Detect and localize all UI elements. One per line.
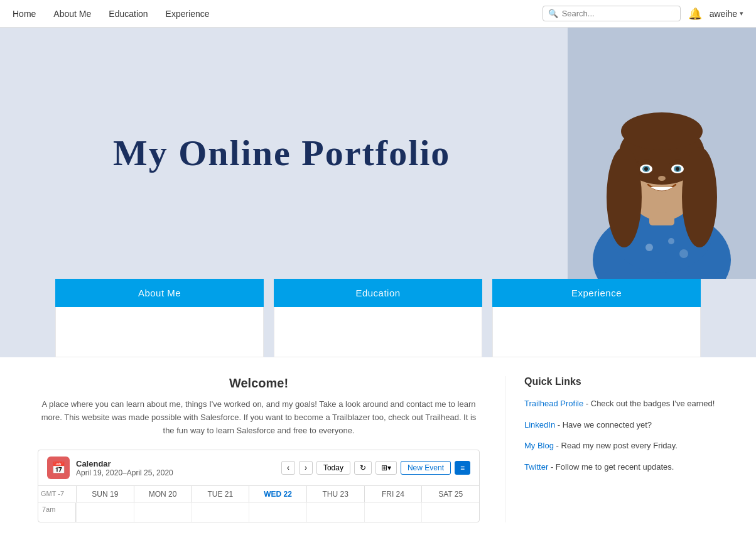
username-label: aweihe: [710, 9, 737, 19]
cal-refresh-button[interactable]: ↻: [354, 461, 372, 475]
cal-cell-fri[interactable]: [364, 503, 422, 522]
cal-day-fri: FRI 24: [364, 486, 422, 502]
svg-point-6: [607, 147, 642, 247]
svg-point-18: [679, 249, 688, 258]
education-content: [274, 307, 482, 357]
cal-day-wed: WED 22: [249, 486, 306, 502]
linkedin-desc: - Have we connected yet?: [555, 420, 652, 430]
portrait-svg: [568, 28, 756, 279]
welcome-title: Welcome!: [38, 376, 480, 391]
linkedin-link[interactable]: LinkedIn: [524, 420, 555, 430]
nav-about-me[interactable]: About Me: [53, 9, 91, 19]
blog-desc: - Read my new post every Friday.: [554, 441, 678, 450]
nav-home[interactable]: Home: [13, 9, 36, 19]
nav-education[interactable]: Education: [109, 9, 148, 19]
svg-point-8: [621, 112, 703, 150]
nav-experience[interactable]: Experience: [166, 9, 210, 19]
calendar-grid-header: GMT -7 SUN 19 MON 20 TUE 21 WED 22 THU 2…: [38, 485, 479, 502]
cal-day-sat: SAT 25: [421, 486, 479, 502]
cal-cell-sat[interactable]: [421, 503, 479, 522]
svg-point-7: [682, 147, 717, 247]
cal-today-button[interactable]: Today: [316, 461, 350, 475]
quick-link-twitter: Twitter - Follow me to get recent update…: [524, 461, 718, 473]
calendar-controls: ‹ › Today ↻ ⊞▾ New Event ≡: [281, 461, 470, 475]
cal-day-mon: MON 20: [134, 486, 192, 502]
quick-link-blog: My Blog - Read my new post every Friday.: [524, 440, 718, 452]
cal-cell-thu[interactable]: [306, 503, 364, 522]
about-content: [55, 307, 264, 357]
section-card-experience: Experience: [492, 279, 701, 357]
hero-text-area: My Online Portfolio: [0, 95, 568, 211]
cal-day-sun: SUN 19: [76, 486, 134, 502]
blog-link[interactable]: My Blog: [524, 441, 554, 450]
search-box[interactable]: 🔍: [543, 6, 681, 21]
cal-prev-button[interactable]: ‹: [281, 461, 295, 475]
cal-day-tue: TUE 21: [191, 486, 249, 502]
cal-cell-wed[interactable]: [249, 503, 306, 522]
svg-point-14: [676, 167, 679, 171]
cal-next-button[interactable]: ›: [299, 461, 313, 475]
cal-timezone: GMT -7: [38, 486, 76, 502]
calendar-header: 📅 Calendar April 19, 2020–April 25, 2020…: [38, 450, 479, 485]
navbar: Home About Me Education Experience 🔍 🔔 a…: [0, 0, 756, 28]
nav-right: 🔍 🔔 aweihe ▾: [543, 6, 743, 21]
notification-bell-icon[interactable]: 🔔: [688, 7, 702, 21]
svg-point-15: [658, 176, 666, 181]
twitter-link[interactable]: Twitter: [524, 462, 548, 472]
calendar-title: Calendar: [76, 459, 173, 468]
cal-cell-sun[interactable]: [76, 503, 134, 522]
trailhead-link[interactable]: Trailhead Profile: [524, 399, 583, 408]
svg-point-11: [644, 167, 648, 171]
hero-section: My Online Portfolio: [0, 28, 756, 279]
welcome-area: Welcome! A place where you can learn abo…: [38, 376, 505, 522]
hero-photo: [568, 28, 756, 279]
svg-point-17: [668, 238, 674, 244]
svg-point-16: [645, 244, 653, 251]
cal-list-button[interactable]: ≡: [455, 461, 470, 475]
user-menu[interactable]: aweihe ▾: [710, 9, 743, 19]
welcome-text: A place where you can learn about me, th…: [38, 398, 480, 437]
trailhead-desc: - Check out the badges I've earned!: [583, 399, 715, 408]
section-card-education: Education: [274, 279, 482, 357]
cal-cell-mon[interactable]: [134, 503, 192, 522]
cal-view-toggle-button[interactable]: ⊞▾: [375, 461, 397, 475]
hero-title: My Online Portfolio: [113, 133, 568, 173]
cal-new-event-button[interactable]: New Event: [401, 461, 451, 475]
quick-links-title: Quick Links: [524, 376, 718, 387]
education-button[interactable]: Education: [274, 279, 482, 307]
bottom-section: Welcome! A place where you can learn abo…: [0, 357, 756, 535]
quick-links-panel: Quick Links Trailhead Profile - Check ou…: [505, 376, 718, 522]
calendar-widget: 📅 Calendar April 19, 2020–April 25, 2020…: [38, 450, 480, 522]
calendar-body-row: 7am: [38, 502, 479, 522]
calendar-range: April 19, 2020–April 25, 2020: [76, 468, 173, 477]
nav-links: Home About Me Education Experience: [13, 9, 210, 19]
section-card-about: About Me: [55, 279, 264, 357]
chevron-down-icon: ▾: [740, 9, 743, 18]
search-input[interactable]: [562, 9, 675, 18]
twitter-desc: - Follow me to get recent updates.: [548, 462, 674, 472]
experience-content: [492, 307, 701, 357]
experience-button[interactable]: Experience: [492, 279, 701, 307]
about-me-button[interactable]: About Me: [55, 279, 264, 307]
cal-cell-tue[interactable]: [191, 503, 249, 522]
calendar-icon: 📅: [47, 457, 70, 479]
quick-link-trailhead: Trailhead Profile - Check out the badges…: [524, 397, 718, 410]
cal-day-thu: THU 23: [306, 486, 364, 502]
search-icon: 🔍: [548, 9, 558, 18]
quick-link-linkedin: LinkedIn - Have we connected yet?: [524, 419, 718, 431]
section-buttons-area: About Me Education Experience: [0, 279, 756, 357]
cal-time-7am: 7am: [38, 503, 76, 522]
calendar-title-area: Calendar April 19, 2020–April 25, 2020: [76, 459, 173, 477]
